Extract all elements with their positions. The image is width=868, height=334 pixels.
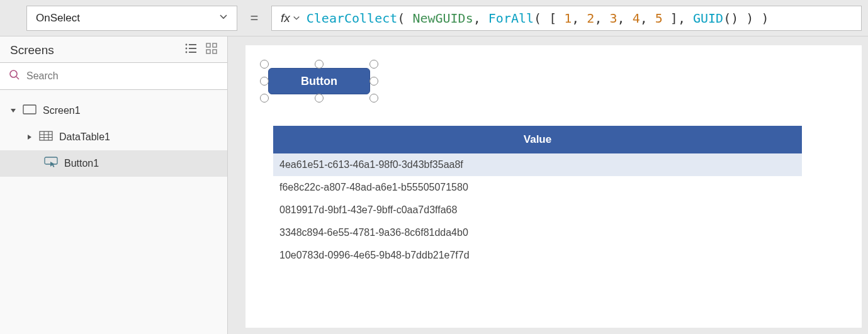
table-row[interactable]: f6e8c22c-a807-48ad-a6e1-b55505071580 (273, 176, 802, 199)
table-header: Value (273, 126, 802, 153)
search-input[interactable] (26, 70, 218, 82)
formula-bar: OnSelect = fx ClearCollect( NewGUIDs, Fo… (0, 0, 868, 36)
resize-handle[interactable] (369, 77, 378, 86)
selected-control-button[interactable]: Button (264, 64, 374, 98)
tree-item-button1[interactable]: Button1 (0, 150, 227, 177)
svg-rect-3 (189, 48, 196, 49)
screen-surface[interactable]: Button Value 4ea61e51-c613-46a1-98f0-3d4… (245, 45, 862, 328)
fx-icon: fx (281, 11, 300, 25)
tree: Screen1 DataTable1 (0, 94, 227, 177)
svg-point-10 (10, 70, 17, 77)
table-row[interactable]: 3348c894-6e55-4781-9a36-8c6f81dda4b0 (273, 221, 802, 244)
resize-handle[interactable] (260, 60, 269, 69)
tree-label: Screen1 (43, 105, 81, 116)
table-row[interactable]: 0819917d-9bf1-43e7-9bff-c0aa7d3ffa68 (273, 199, 802, 221)
property-selected: OnSelect (36, 12, 80, 25)
tree-panel: Screens (0, 36, 228, 334)
tree-label: Button1 (64, 158, 99, 169)
screen-icon (23, 104, 37, 117)
collapse-icon[interactable] (10, 108, 16, 114)
resize-handle[interactable] (369, 60, 378, 69)
svg-rect-6 (206, 43, 210, 47)
grid-view-icon[interactable] (197, 43, 217, 57)
button-control[interactable]: Button (268, 68, 370, 94)
property-dropdown[interactable]: OnSelect (26, 6, 237, 31)
svg-point-2 (186, 48, 188, 50)
tree-label: DataTable1 (59, 131, 110, 143)
panel-title: Screens (10, 43, 54, 57)
table-row[interactable]: 4ea61e51-c613-46a1-98f0-3d43bf35aa8f (273, 153, 802, 176)
svg-rect-13 (40, 131, 52, 140)
table-row[interactable]: 10e0783d-0996-4e65-9b48-b7ddb21e7f7d (273, 244, 802, 267)
svg-point-4 (186, 52, 188, 53)
chevron-down-icon (219, 12, 228, 25)
expand-icon[interactable] (26, 134, 33, 140)
resize-handle[interactable] (315, 94, 324, 103)
search-box (0, 62, 227, 90)
screens-header: Screens (0, 36, 227, 62)
svg-rect-12 (23, 105, 36, 114)
tree-item-datatable1[interactable]: DataTable1 (0, 124, 227, 150)
svg-line-11 (16, 77, 19, 79)
resize-handle[interactable] (315, 60, 324, 69)
button-icon (44, 157, 58, 170)
list-view-icon[interactable] (176, 43, 197, 57)
svg-rect-5 (189, 52, 196, 53)
svg-rect-1 (189, 44, 196, 45)
resize-handle[interactable] (260, 77, 269, 86)
svg-rect-7 (213, 43, 217, 47)
tree-item-screen1[interactable]: Screen1 (0, 97, 227, 124)
resize-handle[interactable] (260, 94, 269, 103)
svg-point-0 (186, 44, 188, 46)
datatable-icon (39, 131, 53, 143)
canvas[interactable]: Button Value 4ea61e51-c613-46a1-98f0-3d4… (228, 36, 868, 334)
search-icon (9, 69, 20, 83)
datatable-control[interactable]: Value 4ea61e51-c613-46a1-98f0-3d43bf35aa… (273, 126, 802, 267)
button-text: Button (301, 75, 337, 88)
svg-rect-8 (206, 50, 210, 53)
svg-rect-9 (213, 50, 217, 53)
formula-input[interactable]: fx ClearCollect( NewGUIDs, ForAll( [ 1, … (271, 6, 862, 31)
resize-handle[interactable] (369, 94, 378, 103)
formula-text: ClearCollect( NewGUIDs, ForAll( [ 1, 2, … (307, 11, 769, 26)
equals-label: = (246, 10, 262, 26)
